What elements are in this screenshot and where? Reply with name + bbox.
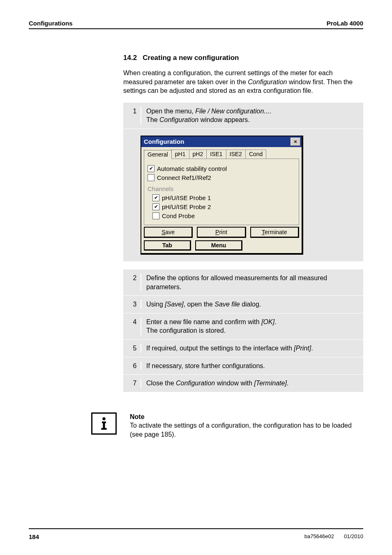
tab-strip: General pH1 pH2 ISE1 ISE2 Cond	[141, 147, 302, 159]
step-text: If required, output the settings to the …	[146, 344, 358, 353]
checkbox-unchecked-icon	[152, 212, 159, 219]
step-row: 7 Close the Configuration window with [T…	[123, 375, 363, 392]
terminate-button[interactable]: Terminate	[250, 227, 299, 238]
d	[141, 379, 141, 388]
tab-cond[interactable]: Cond	[245, 150, 266, 159]
header-left: Configurations	[29, 20, 73, 27]
step-number: 4	[129, 318, 141, 335]
section-heading: 14.2 Creating a new configuration	[123, 54, 363, 62]
t: The	[146, 116, 159, 123]
t: [Print]	[294, 345, 311, 352]
page-number: 184	[29, 533, 39, 540]
step-text: Enter a new file name and confirm with […	[146, 318, 358, 335]
close-button[interactable]: ×	[291, 138, 300, 146]
checkbox-row-connect[interactable]: Connect Ref1//Ref2	[148, 174, 295, 181]
step-row: 5 If required, output the settings to th…	[123, 340, 363, 357]
t: S	[161, 229, 165, 235]
t: P	[215, 229, 219, 235]
checkbox-row-condprobe[interactable]: Cond Probe	[152, 212, 295, 219]
intro-paragraph: When creating a configuration, the curre…	[123, 69, 363, 95]
t: Enter a new file name and confirm with	[146, 318, 261, 325]
section-number: 14.2	[123, 54, 137, 62]
note-body: To activate the settings of a configurat…	[130, 422, 352, 438]
configuration-dialog: Configuration × General pH1 pH2 ISE1 ISE…	[141, 136, 303, 255]
checkbox-unchecked-icon	[148, 174, 154, 181]
footer-rule	[29, 528, 363, 529]
d	[141, 274, 141, 291]
tab-ph1[interactable]: pH1	[171, 150, 189, 159]
section-title: Creating a new configuration	[143, 54, 239, 62]
tab-ise1[interactable]: ISE1	[206, 150, 226, 159]
t: Using	[146, 301, 165, 308]
step-text: Open the menu, File / New configuration.…	[146, 107, 358, 124]
step-divider	[141, 107, 141, 124]
d	[141, 362, 141, 371]
menu-key-button[interactable]: Menu	[195, 240, 242, 251]
step-row: 4 Enter a new file name and confirm with…	[123, 313, 363, 340]
step-number: 2	[129, 274, 141, 291]
t: .	[270, 108, 271, 115]
d	[141, 344, 141, 353]
t: Configuration	[159, 116, 198, 123]
doc-date: 01/2010	[344, 533, 363, 540]
checkbox-label: Automatic stability control	[157, 165, 227, 172]
step-number: 3	[129, 300, 141, 309]
note-label: Note	[130, 413, 145, 420]
tab-key-button[interactable]: Tab	[144, 240, 191, 251]
intro-italic: Configuration	[248, 78, 287, 85]
dialog-titlebar: Configuration ×	[141, 136, 302, 147]
svg-rect-2	[103, 421, 105, 429]
t: Open the menu,	[146, 108, 195, 115]
checkbox-label: pH/U/ISE Probe 2	[162, 203, 211, 210]
t: window with	[215, 380, 254, 387]
step-number: 7	[129, 379, 141, 388]
tab-ph2[interactable]: pH2	[189, 150, 207, 159]
t: window appears.	[198, 116, 250, 123]
step-number: 1	[129, 107, 141, 124]
t: Configuration	[176, 380, 215, 387]
checkbox-checked-icon: ✔	[152, 203, 159, 210]
t: .	[287, 380, 288, 387]
d	[141, 300, 141, 309]
step-number: 5	[129, 344, 141, 353]
t: Close the	[146, 380, 176, 387]
t: [Save]	[165, 301, 183, 308]
d	[141, 318, 141, 335]
t: .	[274, 318, 276, 325]
t: , open the	[184, 301, 215, 308]
t: If required, output the settings to the …	[146, 345, 294, 352]
checkbox-label: Connect Ref1//Ref2	[157, 174, 211, 181]
step-row: 3 Using [Save], open the Save file dialo…	[123, 296, 363, 313]
step-row: 2 Define the options for allowed measure…	[123, 269, 363, 296]
svg-rect-3	[101, 428, 106, 430]
info-icon	[91, 412, 117, 435]
dialog-title: Configuration	[144, 136, 184, 147]
checkbox-checked-icon: ✔	[152, 194, 159, 201]
t: Save file	[214, 301, 240, 308]
step-text: Define the options for allowed measureme…	[146, 274, 358, 291]
doc-id: ba75646e02	[304, 533, 334, 540]
t: [Terminate]	[254, 380, 286, 387]
checkbox-row-auto[interactable]: ✔ Automatic stability control	[148, 165, 295, 172]
checkbox-checked-icon: ✔	[148, 165, 154, 172]
step-row: 6 If necessary, store further configurat…	[123, 357, 363, 375]
checkbox-row-probe1[interactable]: ✔ pH/U/ISE Probe 1	[152, 194, 295, 201]
channels-group-label: Channels	[148, 185, 295, 192]
checkbox-row-probe2[interactable]: ✔ pH/U/ISE Probe 2	[152, 203, 295, 210]
tab-ise2[interactable]: ISE2	[226, 150, 246, 159]
svg-point-0	[102, 417, 105, 420]
step-row: 1 Open the menu, File / New configuratio…	[123, 103, 363, 129]
note-text: Note To activate the settings of a confi…	[130, 412, 363, 439]
header-right: ProLab 4000	[327, 20, 363, 27]
t: File	[195, 108, 206, 115]
dialog-panel: ✔ Automatic stability control Connect Re…	[144, 159, 299, 225]
dialog-area: Configuration × General pH1 pH2 ISE1 ISE…	[123, 129, 363, 261]
tab-general[interactable]: General	[144, 150, 172, 159]
step-text: Close the Configuration window with [Ter…	[146, 379, 358, 388]
save-button[interactable]: Save	[144, 227, 193, 238]
t: dialog.	[240, 301, 261, 308]
step-number: 6	[129, 362, 141, 371]
t: [OK]	[261, 318, 274, 325]
print-button[interactable]: Print	[197, 227, 246, 238]
t: The configuration is stored.	[146, 327, 226, 334]
